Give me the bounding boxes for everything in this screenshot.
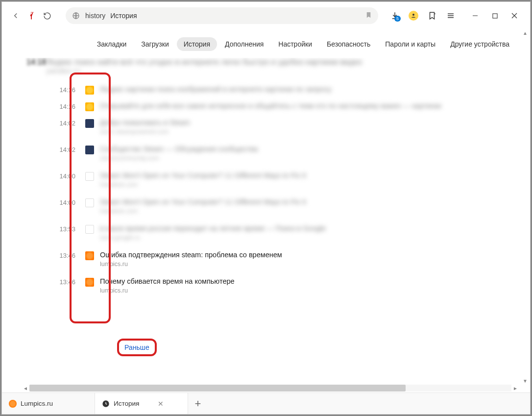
- history-domain: lumpics.ru: [100, 261, 530, 268]
- vertical-scrollbar[interactable]: ▲ ▼: [521, 30, 529, 384]
- history-row: 14:00Steam Won't Open on Your Computer? …: [2, 193, 530, 220]
- site-info-icon: [72, 11, 80, 20]
- nav-tab-Закладки[interactable]: Закладки: [90, 37, 134, 51]
- bookmark-icon[interactable]: [365, 11, 372, 21]
- svg-point-1: [412, 14, 414, 16]
- history-content: 14:18 Яндекс поиск найти всё что угодно …: [2, 58, 530, 376]
- history-row: 14:16Открывайте для себя все самое интер…: [2, 97, 530, 114]
- tab-label: Lumpics.ru: [21, 400, 53, 407]
- new-tab-button[interactable]: +: [188, 397, 208, 410]
- history-time: 14:02: [26, 119, 85, 127]
- history-time: 14:18: [26, 58, 46, 67]
- favicon-icon: [85, 102, 94, 111]
- menu-button[interactable]: [443, 8, 459, 24]
- downloads-button[interactable]: 5: [387, 8, 403, 24]
- history-domain: www.google.ru: [100, 234, 530, 241]
- history-title[interactable]: Добро пожаловать в Steam: [100, 119, 530, 126]
- tab-close-icon[interactable]: ✕: [158, 400, 164, 408]
- nav-tab-Настройки[interactable]: Настройки: [271, 37, 319, 51]
- tab-label: История: [114, 400, 139, 407]
- downloads-badge: 5: [394, 16, 401, 22]
- history-time: 13:53: [26, 224, 85, 233]
- favicon-icon: [85, 198, 94, 207]
- settings-nav-tabs: ЗакладкиЗагрузкиИсторияДополненияНастрой…: [2, 34, 521, 54]
- history-title[interactable]: Steam Won't Open on Your Computer? 11 Di…: [100, 198, 530, 206]
- history-title[interactable]: Сообщество Steam — Обсуждения сообщества: [100, 145, 530, 153]
- horizontal-scrollbar[interactable]: ◄ ►: [22, 384, 519, 392]
- address-bar[interactable]: history История: [66, 7, 378, 24]
- history-domain: lumpics.ru: [100, 287, 530, 294]
- history-time: 14:16: [26, 85, 85, 94]
- maximize-button[interactable]: [485, 8, 505, 24]
- nav-tab-Пароли и карты[interactable]: Пароли и карты: [378, 37, 442, 51]
- scrollbar-thumb[interactable]: [29, 385, 406, 392]
- nav-tab-Другие устройства[interactable]: Другие устройства: [443, 37, 516, 51]
- history-domain: helpdesk.com: [100, 208, 530, 215]
- profile-avatar-icon: [409, 11, 418, 21]
- browser-tab[interactable]: Lumpics.ru: [2, 393, 95, 414]
- nav-tab-Безопасность[interactable]: Безопасность: [320, 37, 377, 51]
- nav-tab-Загрузки[interactable]: Загрузки: [134, 37, 175, 51]
- sidebar-button[interactable]: [424, 8, 440, 24]
- favicon-icon: [85, 251, 94, 260]
- history-row: 14:00Steam Won't Open on Your Computer? …: [2, 167, 530, 193]
- browser-toolbar: history История 5: [2, 2, 530, 29]
- highlight-box-earlier: Раньше: [117, 339, 157, 356]
- history-domain: store.steampowered.com: [100, 128, 530, 135]
- history-time: 14:00: [26, 171, 85, 180]
- history-time: 13:46: [26, 251, 85, 259]
- url-host: history: [85, 12, 105, 20]
- clock-icon: [102, 400, 110, 408]
- favicon-icon: [85, 172, 94, 181]
- history-row: 14:02Сообщество Steam — Обсуждения сообщ…: [2, 140, 530, 167]
- history-time: 14:02: [26, 145, 85, 153]
- favicon-icon: [85, 146, 94, 154]
- history-domain: yandex.ru: [46, 67, 362, 75]
- history-time: 14:00: [26, 198, 85, 206]
- history-row: 13:46Почему сбивается время на компьютер…: [2, 272, 530, 299]
- earlier-link[interactable]: Раньше: [121, 343, 152, 352]
- history-title[interactable]: Steam Won't Open on Your Computer? 11 Di…: [100, 171, 530, 179]
- close-button[interactable]: [505, 8, 524, 24]
- favicon-icon: [85, 278, 94, 287]
- history-row: 14:02Добро пожаловать в Steamstore.steam…: [2, 114, 530, 140]
- favicon-icon: [85, 86, 94, 95]
- history-row: 14:16Яндекс картинки поиск изображений в…: [2, 80, 530, 97]
- scrollbar-track[interactable]: [29, 385, 511, 392]
- nav-tab-Дополнения[interactable]: Дополнения: [218, 37, 270, 51]
- favicon-icon: [9, 400, 17, 408]
- history-title[interactable]: Яндекс картинки поиск изображений в инте…: [100, 85, 530, 93]
- history-time: 13:46: [26, 277, 85, 286]
- profile-button[interactable]: [406, 8, 421, 24]
- history-title[interactable]: Ошибка подтверждения steam: проблема со …: [100, 251, 530, 259]
- history-title[interactable]: Почему сбивается время на компьютере: [100, 277, 530, 285]
- favicon-icon: [85, 225, 94, 234]
- history-title[interactable]: в какое время россия переходит на летнее…: [100, 224, 530, 232]
- minimize-button[interactable]: [465, 8, 485, 24]
- scroll-left-icon[interactable]: ◄: [22, 384, 29, 392]
- favicon-icon: [85, 119, 94, 128]
- history-row: 13:46Ошибка подтверждения steam: проблем…: [2, 246, 530, 272]
- browser-tabs: Lumpics.ruИстория✕+: [2, 392, 530, 414]
- history-title[interactable]: Яндекс поиск найти всё что угодно в инте…: [46, 58, 362, 67]
- history-domain: steamcommunity.com: [100, 155, 530, 162]
- history-domain: helpdesk.com: [100, 181, 530, 188]
- history-row: 13:53в какое время россия переходит на л…: [2, 220, 530, 246]
- back-button[interactable]: [8, 8, 24, 24]
- history-time: 14:16: [26, 102, 85, 110]
- reload-button[interactable]: [39, 8, 55, 24]
- scroll-down-icon[interactable]: ▼: [521, 378, 529, 384]
- url-title: История: [110, 12, 137, 20]
- scroll-right-icon[interactable]: ►: [511, 384, 519, 392]
- nav-tab-История[interactable]: История: [177, 37, 217, 51]
- yandex-logo-icon[interactable]: [25, 10, 37, 22]
- svg-rect-2: [492, 13, 497, 18]
- browser-tab[interactable]: История✕: [95, 393, 188, 414]
- history-title[interactable]: Открывайте для себя все самое интересное…: [100, 102, 530, 110]
